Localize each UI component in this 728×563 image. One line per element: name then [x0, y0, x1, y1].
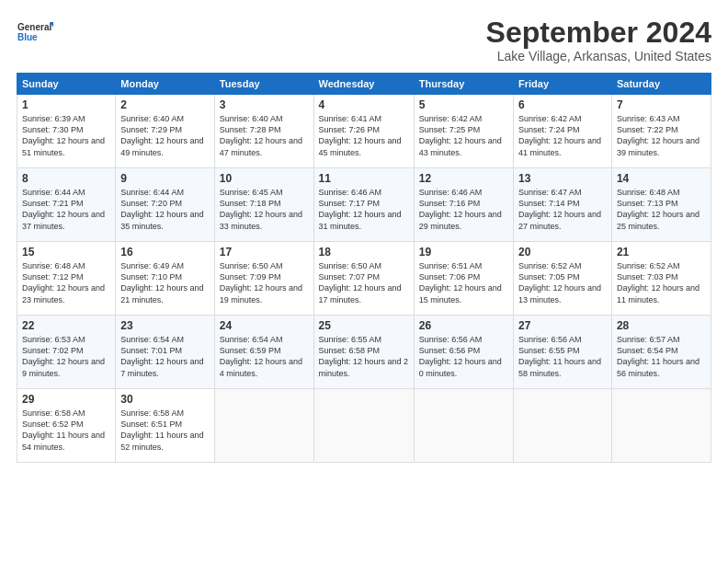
- day-detail: Sunrise: 6:39 AMSunset: 7:30 PMDaylight:…: [22, 114, 105, 156]
- day-detail: Sunrise: 6:55 AMSunset: 6:58 PMDaylight:…: [319, 335, 409, 377]
- day-number: 5: [419, 98, 508, 111]
- day-detail: Sunrise: 6:50 AMSunset: 7:09 PMDaylight:…: [220, 261, 302, 304]
- day-detail: Sunrise: 6:49 AMSunset: 7:10 PMDaylight:…: [120, 261, 203, 304]
- day-number: 14: [617, 172, 706, 185]
- day-detail: Sunrise: 6:47 AMSunset: 7:14 PMDaylight:…: [518, 188, 601, 230]
- calendar-cell: 2 Sunrise: 6:40 AMSunset: 7:29 PMDayligh…: [116, 95, 215, 168]
- calendar-cell: [514, 389, 612, 463]
- col-header-tuesday: Tuesday: [214, 74, 313, 95]
- day-detail: Sunrise: 6:40 AMSunset: 7:29 PMDaylight:…: [120, 114, 203, 156]
- calendar-cell: 8 Sunrise: 6:44 AMSunset: 7:21 PMDayligh…: [17, 168, 116, 242]
- day-detail: Sunrise: 6:58 AMSunset: 6:52 PMDaylight:…: [22, 408, 105, 451]
- day-number: 8: [22, 172, 110, 185]
- calendar-cell: [611, 389, 711, 463]
- day-detail: Sunrise: 6:44 AMSunset: 7:21 PMDaylight:…: [22, 188, 105, 230]
- calendar-cell: 19 Sunrise: 6:51 AMSunset: 7:06 PMDaylig…: [414, 242, 513, 316]
- day-detail: Sunrise: 6:42 AMSunset: 7:24 PMDaylight:…: [518, 114, 601, 156]
- day-number: 6: [518, 98, 607, 111]
- day-number: 15: [22, 246, 110, 259]
- calendar-cell: 9 Sunrise: 6:44 AMSunset: 7:20 PMDayligh…: [116, 168, 215, 242]
- day-number: 24: [220, 319, 309, 332]
- day-detail: Sunrise: 6:46 AMSunset: 7:17 PMDaylight:…: [319, 188, 402, 230]
- day-detail: Sunrise: 6:52 AMSunset: 7:05 PMDaylight:…: [518, 261, 601, 304]
- calendar-cell: 11 Sunrise: 6:46 AMSunset: 7:17 PMDaylig…: [313, 168, 414, 242]
- calendar-cell: 26 Sunrise: 6:56 AMSunset: 6:56 PMDaylig…: [414, 316, 513, 389]
- day-number: 20: [518, 246, 607, 259]
- calendar-cell: 6 Sunrise: 6:42 AMSunset: 7:24 PMDayligh…: [514, 95, 612, 168]
- calendar-cell: 27 Sunrise: 6:56 AMSunset: 6:55 PMDaylig…: [514, 316, 612, 389]
- day-number: 3: [220, 98, 309, 111]
- day-number: 12: [419, 172, 508, 185]
- day-detail: Sunrise: 6:50 AMSunset: 7:07 PMDaylight:…: [319, 261, 402, 304]
- day-number: 2: [120, 98, 210, 111]
- day-number: 26: [419, 319, 508, 332]
- calendar-cell: 17 Sunrise: 6:50 AMSunset: 7:09 PMDaylig…: [214, 242, 313, 316]
- calendar-row: 1 Sunrise: 6:39 AMSunset: 7:30 PMDayligh…: [17, 95, 711, 168]
- day-number: 16: [120, 246, 210, 259]
- day-detail: Sunrise: 6:48 AMSunset: 7:12 PMDaylight:…: [22, 261, 105, 304]
- header: General Blue September 2024 Lake Village…: [17, 17, 711, 63]
- location: Lake Village, Arkansas, United States: [486, 49, 711, 63]
- calendar-cell: 30 Sunrise: 6:58 AMSunset: 6:51 PMDaylig…: [116, 389, 215, 463]
- day-number: 4: [319, 98, 409, 111]
- calendar-cell: 15 Sunrise: 6:48 AMSunset: 7:12 PMDaylig…: [17, 242, 116, 316]
- calendar-row: 8 Sunrise: 6:44 AMSunset: 7:21 PMDayligh…: [17, 168, 711, 242]
- logo: General Blue: [17, 17, 53, 52]
- calendar-cell: 12 Sunrise: 6:46 AMSunset: 7:16 PMDaylig…: [414, 168, 513, 242]
- day-detail: Sunrise: 6:52 AMSunset: 7:03 PMDaylight:…: [617, 261, 700, 304]
- day-detail: Sunrise: 6:54 AMSunset: 7:01 PMDaylight:…: [120, 335, 203, 377]
- calendar-cell: [214, 389, 313, 463]
- day-number: 22: [22, 319, 110, 332]
- calendar-cell: 10 Sunrise: 6:45 AMSunset: 7:18 PMDaylig…: [214, 168, 313, 242]
- col-header-wednesday: Wednesday: [313, 74, 414, 95]
- calendar-cell: 18 Sunrise: 6:50 AMSunset: 7:07 PMDaylig…: [313, 242, 414, 316]
- col-header-sunday: Sunday: [17, 74, 116, 95]
- day-number: 7: [617, 98, 706, 111]
- day-detail: Sunrise: 6:40 AMSunset: 7:28 PMDaylight:…: [220, 114, 302, 156]
- calendar-cell: 16 Sunrise: 6:49 AMSunset: 7:10 PMDaylig…: [116, 242, 215, 316]
- calendar-cell: [313, 389, 414, 463]
- col-header-monday: Monday: [116, 74, 215, 95]
- col-header-saturday: Saturday: [611, 74, 711, 95]
- calendar-cell: 21 Sunrise: 6:52 AMSunset: 7:03 PMDaylig…: [611, 242, 711, 316]
- page: General Blue September 2024 Lake Village…: [0, 0, 728, 563]
- day-number: 21: [617, 246, 706, 259]
- day-number: 11: [319, 172, 409, 185]
- calendar-cell: 20 Sunrise: 6:52 AMSunset: 7:05 PMDaylig…: [514, 242, 612, 316]
- day-number: 9: [120, 172, 210, 185]
- calendar-row: 15 Sunrise: 6:48 AMSunset: 7:12 PMDaylig…: [17, 242, 711, 316]
- day-number: 18: [319, 246, 409, 259]
- svg-text:Blue: Blue: [17, 32, 38, 42]
- calendar-cell: 5 Sunrise: 6:42 AMSunset: 7:25 PMDayligh…: [414, 95, 513, 168]
- day-detail: Sunrise: 6:45 AMSunset: 7:18 PMDaylight:…: [220, 188, 302, 230]
- calendar-cell: 23 Sunrise: 6:54 AMSunset: 7:01 PMDaylig…: [116, 316, 215, 389]
- day-detail: Sunrise: 6:54 AMSunset: 6:59 PMDaylight:…: [220, 335, 302, 377]
- col-header-friday: Friday: [514, 74, 612, 95]
- col-header-thursday: Thursday: [414, 74, 513, 95]
- day-number: 13: [518, 172, 607, 185]
- calendar-cell: 1 Sunrise: 6:39 AMSunset: 7:30 PMDayligh…: [17, 95, 116, 168]
- day-detail: Sunrise: 6:48 AMSunset: 7:13 PMDaylight:…: [617, 188, 700, 230]
- calendar-table: SundayMondayTuesdayWednesdayThursdayFrid…: [17, 73, 711, 463]
- calendar-cell: 13 Sunrise: 6:47 AMSunset: 7:14 PMDaylig…: [514, 168, 612, 242]
- calendar-cell: 24 Sunrise: 6:54 AMSunset: 6:59 PMDaylig…: [214, 316, 313, 389]
- calendar-row: 29 Sunrise: 6:58 AMSunset: 6:52 PMDaylig…: [17, 389, 711, 463]
- day-detail: Sunrise: 6:57 AMSunset: 6:54 PMDaylight:…: [617, 335, 700, 377]
- column-headers: SundayMondayTuesdayWednesdayThursdayFrid…: [17, 74, 711, 95]
- calendar-cell: 3 Sunrise: 6:40 AMSunset: 7:28 PMDayligh…: [214, 95, 313, 168]
- day-detail: Sunrise: 6:43 AMSunset: 7:22 PMDaylight:…: [617, 114, 700, 156]
- month-title: September 2024: [486, 17, 711, 49]
- calendar-cell: 4 Sunrise: 6:41 AMSunset: 7:26 PMDayligh…: [313, 95, 414, 168]
- calendar-cell: [414, 389, 513, 463]
- day-detail: Sunrise: 6:51 AMSunset: 7:06 PMDaylight:…: [419, 261, 502, 304]
- day-detail: Sunrise: 6:42 AMSunset: 7:25 PMDaylight:…: [419, 114, 502, 156]
- svg-text:General: General: [17, 22, 51, 32]
- calendar-cell: 29 Sunrise: 6:58 AMSunset: 6:52 PMDaylig…: [17, 389, 116, 463]
- day-detail: Sunrise: 6:53 AMSunset: 7:02 PMDaylight:…: [22, 335, 105, 377]
- day-number: 25: [319, 319, 409, 332]
- day-detail: Sunrise: 6:41 AMSunset: 7:26 PMDaylight:…: [319, 114, 402, 156]
- day-number: 10: [220, 172, 309, 185]
- day-number: 19: [419, 246, 508, 259]
- day-number: 28: [617, 319, 706, 332]
- day-number: 29: [22, 393, 110, 406]
